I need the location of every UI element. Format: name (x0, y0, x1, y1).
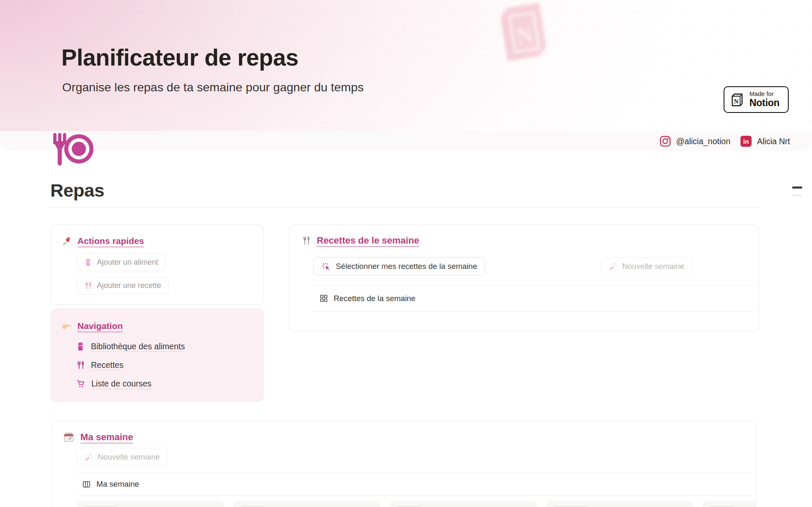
week-board: À définir 0 Lundi 0 Mardi 0 Mercredi 0 J… (77, 501, 756, 507)
badge-line2: Notion (749, 98, 779, 108)
spiral-calendar-icon (63, 431, 74, 443)
cart-icon (76, 379, 85, 389)
board-column-tuesday: Mardi 0 (390, 501, 537, 507)
add-recipe-label: Ajouter une recette (97, 281, 161, 290)
page-title: Repas (50, 151, 759, 201)
svg-text:in: in (743, 138, 749, 145)
new-week-button-my-week[interactable]: Nouvelle semaine (77, 448, 167, 466)
quick-actions-title[interactable]: Actions rapides (77, 236, 144, 246)
magic-wand-icon (609, 262, 617, 271)
click-select-icon (321, 262, 331, 271)
quick-actions-card: Actions rapides Ajouter un aliment (50, 225, 264, 305)
view-tab-weekly-recipes[interactable]: Recettes de la semaine (314, 285, 756, 312)
fork-knife-icon (84, 282, 92, 290)
nav-link-recipes-label: Recettes (91, 360, 123, 370)
add-food-label: Ajouter un aliment (97, 258, 158, 267)
nav-link-recipes[interactable]: Recettes (76, 360, 255, 370)
notion-cube-icon: N (730, 92, 745, 107)
fridge-icon (76, 342, 85, 351)
instagram-icon (659, 135, 672, 148)
new-week-label: Nouvelle semaine (622, 262, 684, 271)
social-row: @alicia_notion in Alicia Nrt (659, 135, 790, 148)
fridge-icon (84, 258, 92, 266)
gallery-grid-icon (319, 294, 328, 303)
linkedin-name: Alicia Nrt (757, 137, 790, 146)
pointing-hand-icon (61, 321, 71, 331)
fork-knife-gray-icon (302, 236, 311, 245)
board-column-wednesday: Mercredi 0 (546, 501, 693, 507)
nav-link-shopping-list-label: Liste de courses (91, 379, 151, 389)
notion-cube-watermark-icon: N (485, 0, 559, 69)
linkedin-link[interactable]: in Alicia Nrt (740, 135, 790, 148)
page-content: Repas Actions rapides (0, 151, 812, 507)
add-recipe-button[interactable]: Ajouter une recette (77, 277, 169, 294)
select-recipes-label: Sélectionner mes recettes de la semaine (336, 262, 477, 271)
linkedin-icon: in (740, 135, 752, 148)
view-tab-my-week[interactable]: Ma semaine (77, 473, 752, 496)
view-tab-weekly-recipes-label: Recettes de la semaine (334, 294, 415, 303)
board-columns-icon (82, 480, 91, 489)
new-week-button-recipes[interactable]: Nouvelle semaine (601, 257, 692, 275)
made-for-notion-badge[interactable]: N Made for Notion (724, 86, 789, 113)
magic-wand-icon (84, 452, 93, 461)
board-column-monday: Lundi 0 (233, 501, 380, 507)
select-recipes-button[interactable]: Sélectionner mes recettes de la semaine (313, 257, 485, 275)
board-column-undefined: À définir 0 (77, 501, 224, 507)
title-divider (50, 207, 759, 208)
my-week-card: Ma semaine Nouvelle semaine (52, 421, 756, 507)
hero-title: Planificateur de repas (61, 44, 299, 71)
board-column-thursday: Jeudi 0 (702, 501, 756, 507)
instagram-handle: @alicia_notion (676, 137, 730, 146)
fork-plate-icon[interactable] (52, 132, 94, 167)
nav-link-food-library[interactable]: Bibliothèque des aliments (76, 342, 255, 351)
nav-link-food-library-label: Bibliothèque des aliments (91, 342, 185, 351)
badge-line1: Made for (749, 91, 779, 98)
new-week-my-week-label: Nouvelle semaine (98, 452, 160, 462)
add-food-button[interactable]: Ajouter un aliment (77, 254, 166, 271)
navigation-title[interactable]: Navigation (77, 321, 123, 331)
instagram-link[interactable]: @alicia_notion (659, 135, 730, 148)
page-header: N Planificateur de repas Organise les re… (0, 0, 812, 151)
pushpin-icon (62, 236, 71, 246)
fork-knife-icon (76, 361, 85, 370)
weekly-recipes-title[interactable]: Recettes de le semaine (317, 235, 419, 246)
view-tab-my-week-label: Ma semaine (96, 480, 139, 489)
weekly-recipes-card: Recettes de le semaine (289, 225, 759, 332)
svg-text:N: N (734, 98, 738, 104)
hero-subtitle: Organise les repas de ta semaine pour ga… (62, 80, 364, 94)
my-week-title[interactable]: Ma semaine (80, 432, 133, 443)
nav-link-shopping-list[interactable]: Liste de courses (76, 379, 255, 389)
navigation-card: Navigation Bibliothèque des aliment (50, 308, 264, 402)
